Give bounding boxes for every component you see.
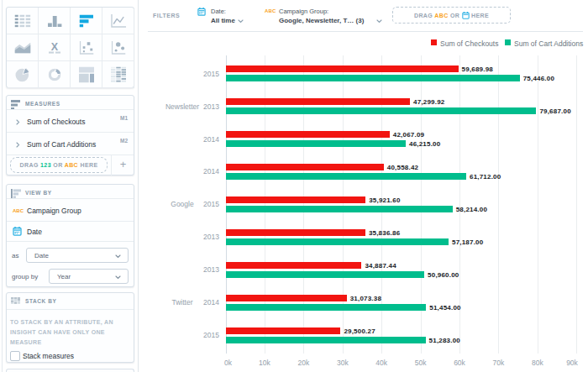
svg-text:X: X (50, 41, 58, 52)
